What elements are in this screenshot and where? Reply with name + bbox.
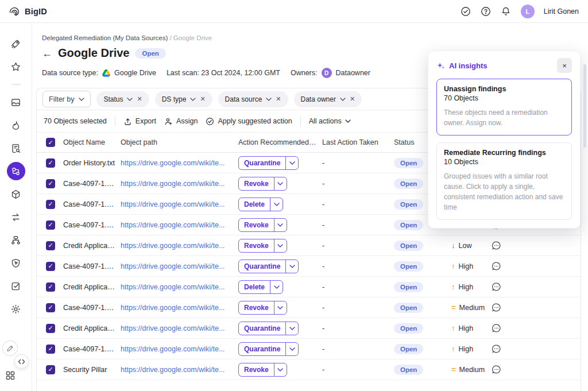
col-object-path[interactable]: Object path [121, 138, 238, 146]
row-checkbox[interactable]: ✓ [46, 220, 55, 230]
action-recommended-button[interactable]: Quarantine [238, 342, 299, 356]
remove-filter-icon[interactable]: ✕ [276, 95, 281, 103]
export-button[interactable]: Export [123, 117, 156, 126]
severity-medium-icon: = [451, 303, 456, 312]
action-recommended-button[interactable]: Quarantine [238, 322, 299, 335]
remove-filter-icon[interactable]: ✕ [350, 95, 355, 103]
object-path-link[interactable]: https://drive.google.com/wiki/te... [121, 180, 225, 188]
filter-chip-data-owner[interactable]: Data owner✕ [294, 91, 362, 107]
row-checkbox[interactable]: ✓ [46, 324, 55, 333]
row-checkbox[interactable]: ✓ [46, 200, 55, 209]
remove-filter-icon[interactable]: ✕ [137, 95, 142, 103]
ai-insight-card[interactable]: Remediate Recurring findings 10 Objects … [436, 142, 572, 220]
apply-suggested-action-button[interactable]: Apply suggested action [206, 117, 292, 126]
col-object-name[interactable]: Object Name [63, 138, 121, 146]
hierarchy-icon[interactable] [10, 234, 22, 246]
user-avatar[interactable]: L [521, 5, 535, 18]
object-path-link[interactable]: https://drive.google.com/wiki/te... [121, 262, 225, 270]
action-recommended-button[interactable]: Revoke [238, 239, 287, 253]
report-search-icon[interactable] [10, 142, 22, 154]
comment-dots-icon[interactable] [492, 241, 576, 250]
system-status-icon[interactable] [461, 6, 471, 17]
filter-by-dropdown[interactable]: Filter by [42, 91, 91, 107]
action-recommended-button[interactable]: Delete [238, 198, 283, 211]
apps-grid-icon[interactable] [5, 370, 16, 381]
comment-dots-icon[interactable] [492, 303, 576, 312]
action-recommended-button[interactable]: Revoke [238, 363, 287, 377]
chevron-down-icon[interactable] [285, 343, 298, 355]
row-checkbox[interactable]: ✓ [46, 282, 55, 292]
object-path-link[interactable]: https://drive.google.com/wiki/te... [121, 324, 225, 332]
chevron-down-icon[interactable] [270, 281, 283, 293]
chevron-down-icon[interactable] [274, 301, 287, 314]
chevron-down-icon[interactable] [270, 198, 283, 211]
collapse-chevrons-icon[interactable] [14, 354, 29, 369]
rocket-icon[interactable] [10, 38, 22, 49]
comment-dots-icon[interactable] [492, 344, 576, 354]
remove-filter-icon[interactable]: ✕ [200, 95, 205, 103]
row-checkbox[interactable]: ✓ [46, 365, 55, 374]
task-check-icon[interactable] [10, 280, 22, 292]
row-checkbox[interactable]: ✓ [46, 303, 55, 312]
close-icon[interactable]: × [557, 58, 572, 73]
shield-pointer-icon[interactable] [10, 257, 22, 269]
object-path-link[interactable]: https://drive.google.com/wiki/te... [121, 242, 225, 250]
action-recommended-button[interactable]: Quarantine [238, 260, 299, 273]
row-checkbox[interactable]: ✓ [46, 179, 55, 188]
settings-gear-icon[interactable] [10, 303, 22, 315]
comment-dots-icon[interactable] [492, 365, 576, 374]
filter-chip-ds-type[interactable]: DS type✕ [155, 91, 212, 107]
comment-dots-icon[interactable] [492, 282, 576, 292]
star-icon[interactable] [10, 61, 22, 72]
select-all-checkbox[interactable]: ✓ [46, 138, 55, 147]
severity: ↑High [451, 344, 487, 353]
chevron-down-icon[interactable] [274, 177, 287, 190]
chevron-down-icon[interactable] [274, 219, 287, 231]
image-icon[interactable] [10, 96, 22, 108]
col-last-action[interactable]: Last Action Taken [322, 138, 394, 146]
action-recommended-button[interactable]: Revoke [238, 177, 287, 191]
transfer-arrows-icon[interactable] [10, 211, 22, 223]
filter-chip-status[interactable]: Status✕ [96, 91, 149, 107]
filter-chip-data-source[interactable]: Data source✕ [218, 91, 288, 107]
edit-pencil-icon[interactable] [2, 340, 18, 356]
row-checkbox[interactable]: ✓ [46, 262, 55, 271]
object-path-link[interactable]: https://drive.google.com/wiki/te... [121, 366, 225, 374]
chevron-down-icon[interactable] [285, 157, 298, 169]
row-checkbox[interactable]: ✓ [46, 344, 55, 354]
action-recommended-button[interactable]: Delete [238, 280, 283, 294]
table-row: ✓ Credit Applicati... https://drive.goog… [37, 318, 581, 339]
object-path-link[interactable]: https://drive.google.com/wiki/te... [121, 345, 225, 353]
object-path-link[interactable]: https://drive.google.com/wiki/te... [121, 304, 225, 312]
all-actions-dropdown[interactable]: All actions [309, 117, 351, 125]
row-checkbox[interactable]: ✓ [46, 158, 55, 168]
comment-dots-icon[interactable] [492, 261, 576, 271]
help-icon[interactable] [481, 6, 492, 17]
object-path-link[interactable]: https://drive.google.com/wiki/te... [121, 159, 225, 167]
chevron-down-icon[interactable] [285, 260, 298, 273]
ai-insight-card[interactable]: Unassign findings 70 Objects These objec… [436, 79, 572, 136]
object-path-link[interactable]: https://drive.google.com/wiki/te... [121, 221, 225, 229]
chevron-down-icon[interactable] [274, 363, 287, 376]
back-button[interactable]: ← [42, 48, 52, 59]
object-path-link[interactable]: https://drive.google.com/wiki/te... [121, 200, 225, 208]
breadcrumb-parent[interactable]: Delegated Remediation (My Data Sources) [42, 34, 168, 41]
object-path-link[interactable]: https://drive.google.com/wiki/te... [121, 283, 225, 291]
cube-icon[interactable] [10, 188, 22, 200]
action-recommended-button[interactable]: Revoke [238, 301, 287, 315]
assign-button[interactable]: Assign [164, 117, 198, 126]
action-recommended-button[interactable]: Quarantine [238, 156, 299, 170]
ds-type-value: Google Drive [114, 69, 156, 77]
notifications-bell-icon[interactable] [501, 6, 512, 17]
sidebar-item-remediation-active[interactable] [7, 162, 25, 180]
row-checkbox[interactable]: ✓ [46, 241, 55, 250]
chevron-down-icon [274, 203, 280, 206]
flame-icon[interactable] [10, 119, 22, 131]
action-recommended-button[interactable]: Revoke [238, 218, 287, 232]
chevron-down-icon[interactable] [285, 322, 298, 335]
chevron-down-icon[interactable] [274, 239, 287, 252]
col-action-recommended[interactable]: Action Recommended [238, 138, 322, 146]
scrollbar[interactable] [583, 64, 586, 148]
comment-dots-icon[interactable] [492, 323, 576, 333]
user-name[interactable]: Lirit Gonen [544, 7, 579, 16]
